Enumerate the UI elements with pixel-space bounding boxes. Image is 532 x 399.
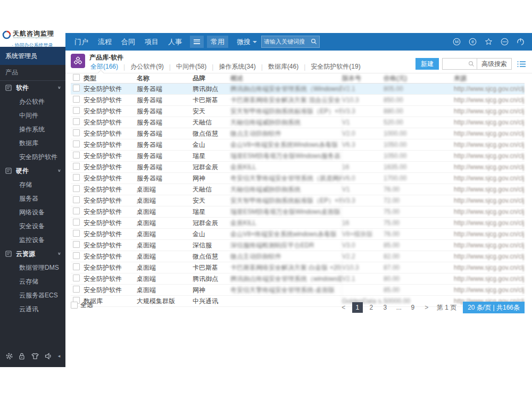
advanced-search-button[interactable]: 高级搜索 — [477, 58, 512, 70]
theme-shirt-icon[interactable] — [31, 352, 39, 360]
sidebar-item[interactable]: 数据库 — [0, 136, 65, 150]
table-row[interactable]: 安全防护软件服务器端网神奇安信天擎终端安全管理系统（就是网神）V6.01700.… — [71, 173, 525, 184]
row-checkbox[interactable] — [73, 219, 80, 226]
sidebar-group[interactable]: 软件∨ — [0, 81, 65, 95]
sidebar-item[interactable]: 云存储 — [0, 275, 65, 288]
table-row[interactable]: 安全防护软件桌面端深信服深信服终端检测响应平台EDRV3.085.00http:… — [71, 240, 525, 251]
more-icon[interactable] — [501, 38, 509, 46]
row-checkbox[interactable] — [73, 152, 80, 159]
table-row[interactable]: 安全防护软件服务器端天融信天融信终端威胁防御系统V1520.00http://w… — [71, 117, 525, 128]
table-row[interactable]: 安全防护软件服务器端冠群金辰金辰KILL161635.00http://www.… — [71, 162, 525, 173]
table-row[interactable]: 安全防护软件桌面端网神奇安信天擎终端安全管理系统-桌面版85.00http://… — [71, 285, 525, 296]
power-icon[interactable] — [517, 38, 525, 46]
table-row[interactable]: 安全防护软件桌面端卡巴斯基卡巴斯基网络安全解决方案 白金版 +20授权V10.3… — [71, 262, 525, 273]
sidebar-item[interactable]: 数据管理DMS — [0, 261, 65, 275]
table-row[interactable]: 安全防护软件服务器端腾讯御点腾讯御点终端安全管理系统（Windows版）V2.1… — [71, 84, 525, 95]
tab[interactable]: 办公软件(9) — [129, 62, 165, 71]
topnav-item[interactable]: 流程 — [98, 37, 112, 47]
message-icon[interactable]: e — [469, 38, 477, 46]
row-checkbox[interactable] — [73, 241, 80, 248]
row-checkbox[interactable] — [73, 230, 80, 237]
create-button[interactable]: 新建 — [415, 58, 439, 70]
table-search-input[interactable] — [442, 58, 477, 70]
sidebar-group[interactable]: 硬件∨ — [0, 164, 65, 178]
sidebar-item[interactable]: 中间件 — [0, 109, 65, 122]
tab[interactable]: 数据库(46) — [267, 62, 300, 71]
table-row[interactable]: 安全防护软件桌面端瑞星瑞星ESM防毒墙万全版Windows桌面版75.00htt… — [71, 206, 525, 218]
row-checkbox[interactable] — [73, 286, 80, 293]
sidebar-item[interactable]: 云通讯 — [0, 302, 65, 316]
tab[interactable]: 安全防护软件(19) — [310, 62, 361, 71]
topnav-item[interactable]: 门户 — [74, 37, 88, 47]
table-row[interactable]: 安全防护软件桌面端冠群金辰金辰KILL1675.00http://www.sjc… — [71, 218, 525, 229]
quick-access-button[interactable]: 常用 — [207, 36, 228, 48]
page-number-button[interactable]: 1 — [352, 302, 363, 313]
row-checkbox[interactable] — [73, 275, 80, 281]
row-checkbox[interactable] — [73, 163, 80, 170]
sound-speaker-icon[interactable] — [45, 352, 53, 360]
search-icon[interactable] — [311, 37, 317, 47]
page-number-button[interactable]: 9 — [408, 302, 418, 313]
table-cell: 安全防护软件 — [84, 118, 137, 127]
row-checkbox[interactable] — [73, 107, 80, 114]
table-row[interactable]: 安全防护软件桌面端微点佰慧微点主动防御软件V2.282.00http://www… — [71, 251, 525, 262]
apps-menu-button[interactable] — [190, 36, 204, 48]
table-row[interactable]: 安全防护软件服务器端金山金山V8+终端安全系统Windows杀毒版V6.3105… — [71, 139, 525, 151]
page-number-button[interactable]: 3 — [380, 302, 390, 313]
row-checkbox[interactable] — [73, 185, 80, 192]
table-row[interactable]: 安全防护软件桌面端安天安天智甲终端防御系统标准版（EP）+增强V3.372.00… — [71, 195, 525, 206]
row-checkbox[interactable] — [73, 174, 80, 181]
select-all-checkbox[interactable] — [71, 302, 78, 309]
sidebar-item[interactable]: 网络设备 — [0, 205, 65, 219]
sidebar-item[interactable]: 存储 — [0, 178, 65, 192]
topnav-item[interactable]: 合同 — [121, 37, 135, 47]
page-number-button[interactable]: 2 — [366, 302, 377, 313]
search-scope-dropdown[interactable]: 微搜 — [237, 37, 257, 47]
lock-icon[interactable] — [18, 352, 26, 360]
table-row[interactable]: 安全防护软件桌面端金山金山V8+终端安全系统windows杀毒版V8+模块版76… — [71, 229, 525, 240]
table-row[interactable]: 安全防护软件服务器端安天安天智甲终端防御系统标准版（EP）+增强模块V3.388… — [71, 106, 525, 117]
topnav-item[interactable]: 人事 — [168, 37, 182, 47]
next-page-button[interactable]: > — [421, 302, 432, 313]
table-row[interactable]: 安全防护软件服务器端卡巴斯基卡巴斯基网络安全解决方案 混合云安全 日常维护V10… — [71, 95, 525, 106]
main-content: 产品库-软件 全部(166)|办公软件(9)|中间件(58)|操作系统(34)|… — [65, 51, 532, 367]
list-view-icon[interactable] — [517, 61, 526, 68]
row-checkbox[interactable] — [73, 196, 80, 203]
prev-page-button[interactable]: < — [338, 302, 349, 313]
row-checkbox[interactable] — [73, 207, 80, 214]
sidebar-item[interactable]: 监控设备 — [0, 233, 65, 247]
table-row[interactable]: 安全防护软件桌面端腾讯御点腾讯御点终端安全管理系统（windows版）V2.1V… — [71, 273, 525, 285]
row-checkbox[interactable] — [73, 252, 80, 259]
table-row[interactable]: 安全防护软件服务器端微点佰慧微点主动防御软件V2.01000.00http://… — [71, 128, 525, 139]
page-size-summary[interactable]: 20 条/页 | 共166条 — [463, 302, 525, 313]
row-checkbox[interactable] — [73, 96, 80, 103]
table-row[interactable]: 安全防护软件服务器端瑞星瑞星ESM防毒墙万全版Windows服务器1050.00… — [71, 151, 525, 162]
tab[interactable]: 操作系统(34) — [218, 62, 256, 71]
header-checkbox[interactable] — [73, 74, 80, 81]
row-checkbox[interactable] — [73, 129, 80, 136]
sidebar-item[interactable]: 办公软件 — [0, 95, 65, 109]
sidebar-group[interactable]: 云资源∨ — [0, 247, 65, 261]
sidebar-item[interactable]: 操作系统 — [0, 122, 65, 136]
table-cell: 安天智甲终端防御系统标准版（EP）+增强 — [230, 195, 342, 206]
sidebar-item[interactable]: 安全防护软件 — [0, 150, 65, 164]
tab[interactable]: 中间件(58) — [175, 62, 207, 71]
sidebar-item[interactable]: 安全设备 — [0, 219, 65, 233]
row-checkbox[interactable] — [73, 263, 80, 270]
sidebar-item[interactable]: 服务器 — [0, 192, 65, 205]
table-row[interactable]: 安全防护软件桌面端天融信天融信终端威胁防御系统V176.00http://www… — [71, 184, 525, 195]
collapse-arrow-icon[interactable]: ◂ — [58, 353, 61, 359]
row-checkbox[interactable] — [73, 140, 80, 147]
row-checkbox[interactable] — [73, 85, 80, 92]
sidebar-category-product[interactable]: 产品 — [0, 65, 65, 81]
settings-gear-icon[interactable] — [5, 352, 13, 360]
table-cell: 网神 — [193, 174, 230, 183]
topnav-item[interactable]: 项目 — [145, 37, 159, 47]
global-search-input[interactable]: 请输入关键词搜 — [261, 36, 320, 48]
m-badge-icon[interactable]: M — [453, 38, 461, 46]
table-cell: 服务器端 — [137, 163, 193, 172]
row-checkbox[interactable] — [73, 118, 80, 125]
tab[interactable]: 全部(166) — [89, 62, 119, 71]
sidebar-item[interactable]: 云服务器ECS — [0, 288, 65, 302]
star-icon[interactable] — [485, 38, 493, 46]
